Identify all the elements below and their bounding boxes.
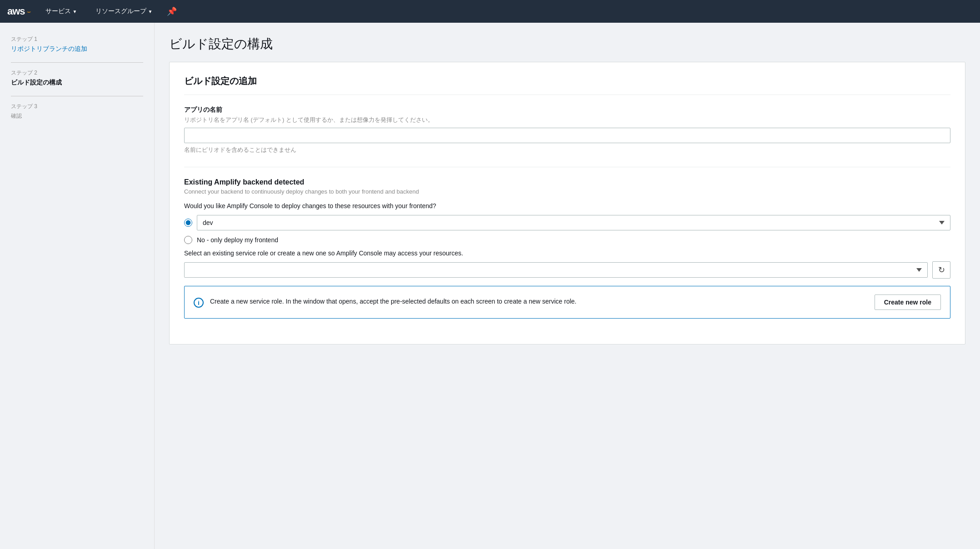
step-divider-1: [11, 62, 143, 63]
create-new-role-button[interactable]: Create new role: [875, 294, 941, 310]
main-layout: ステップ 1 リポジトリブランチの追加 ステップ 2 ビルド設定の構成 ステップ…: [0, 23, 980, 549]
step-1-label: ステップ 1: [11, 35, 143, 43]
step-3-group: ステップ 3 確認: [11, 103, 143, 120]
info-message: Create a new service role. In the window…: [210, 297, 576, 306]
nav-services[interactable]: サービス ▼: [42, 5, 81, 17]
step-3-label: ステップ 3: [11, 103, 143, 110]
service-role-row: ↻: [184, 261, 950, 279]
aws-logo[interactable]: aws ⌣: [7, 5, 31, 17]
step-2-label: ステップ 2: [11, 69, 143, 77]
radio-no-label: No - only deploy my frontend: [197, 236, 278, 244]
nav-services-chevron-icon: ▼: [73, 9, 77, 14]
nav-resource-groups-label: リソースグループ: [95, 7, 146, 15]
service-role-dropdown[interactable]: [184, 262, 928, 278]
app-name-label: アプリの名前: [184, 106, 950, 114]
radio-option-no: No - only deploy my frontend: [184, 236, 950, 244]
info-icon: i: [194, 298, 204, 308]
radio-dev-input[interactable]: [184, 219, 192, 227]
section-divider: [184, 167, 950, 167]
aws-logo-smile-icon: ⌣: [27, 8, 31, 15]
app-name-warning: 名前にピリオドを含めることはできません: [184, 146, 950, 154]
info-box-left: i Create a new service role. In the wind…: [194, 297, 576, 308]
sidebar-item-step1[interactable]: リポジトリブランチの追加: [11, 45, 143, 53]
backend-heading: Existing Amplify backend detected: [184, 178, 950, 186]
radio-no-input[interactable]: [184, 236, 192, 244]
backend-subtext: Connect your backend to continuously dep…: [184, 188, 950, 195]
step-divider-2: [11, 96, 143, 96]
info-box: i Create a new service role. In the wind…: [184, 286, 950, 319]
build-settings-card: ビルド設定の追加 アプリの名前 リポジトリ名をアプリ名 (デフォルト) として使…: [169, 62, 965, 344]
nav-resource-groups-chevron-icon: ▼: [148, 9, 153, 14]
service-role-text: Select an existing service role or creat…: [184, 250, 950, 257]
top-navigation: aws ⌣ サービス ▼ リソースグループ ▼ 📌: [0, 0, 980, 23]
refresh-button[interactable]: ↻: [932, 261, 950, 279]
radio-option-dev: dev: [184, 215, 950, 230]
card-title: ビルド設定の追加: [184, 75, 950, 95]
deploy-question: Would you like Amplify Console to deploy…: [184, 202, 950, 210]
nav-pin-icon[interactable]: 📌: [167, 6, 177, 16]
app-name-section: アプリの名前 リポジトリ名をアプリ名 (デフォルト) として使用するか、または想…: [184, 106, 950, 154]
app-name-input[interactable]: [184, 128, 950, 143]
dev-environment-dropdown[interactable]: dev: [197, 215, 950, 230]
sidebar: ステップ 1 リポジトリブランチの追加 ステップ 2 ビルド設定の構成 ステップ…: [0, 23, 155, 549]
step-2-group: ステップ 2 ビルド設定の構成: [11, 69, 143, 87]
app-name-hint: リポジトリ名をアプリ名 (デフォルト) として使用するか、または想像力を発揮して…: [184, 116, 950, 124]
refresh-icon: ↻: [938, 265, 945, 275]
main-content: ビルド設定の構成 ビルド設定の追加 アプリの名前 リポジトリ名をアプリ名 (デフ…: [155, 23, 980, 549]
nav-resource-groups[interactable]: リソースグループ ▼: [92, 5, 156, 17]
sidebar-item-step2: ビルド設定の構成: [11, 79, 143, 87]
aws-logo-text: aws: [7, 5, 25, 17]
page-title: ビルド設定の構成: [169, 35, 965, 53]
backend-section: Existing Amplify backend detected Connec…: [184, 178, 950, 319]
sidebar-item-step3: 確認: [11, 112, 143, 120]
step-1-group: ステップ 1 リポジトリブランチの追加: [11, 35, 143, 53]
nav-services-label: サービス: [45, 7, 71, 15]
